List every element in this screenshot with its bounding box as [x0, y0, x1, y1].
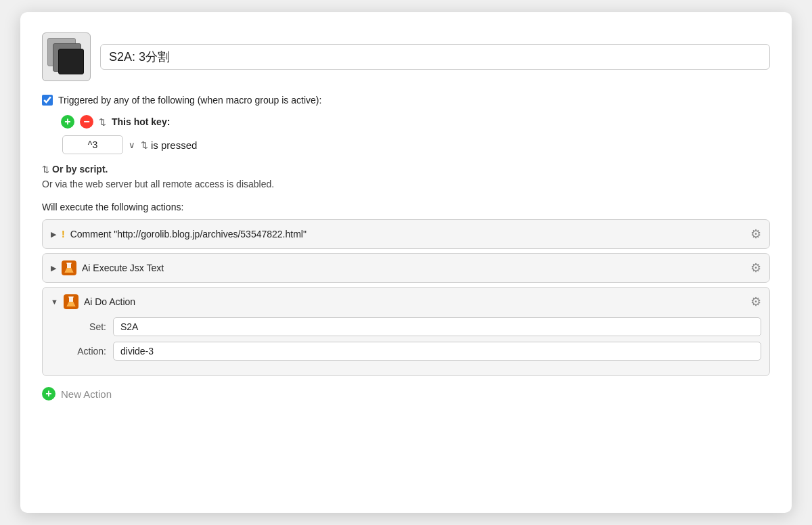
hotkey-add-remove-row: + − ⇅ This hot key: — [61, 115, 770, 129]
comment-action-title: Comment "http://gorolib.blog.jp/archives… — [70, 229, 745, 239]
trigger-checkbox[interactable] — [42, 95, 53, 106]
remove-trigger-button[interactable]: − — [80, 115, 93, 129]
action-do-header: ▼ Ai Do Action ⚙ — [51, 294, 761, 309]
do-field-action-row: Action: — [72, 342, 761, 361]
do-action-gear[interactable]: ⚙ — [750, 294, 761, 309]
or-by-script-updown: ⇅ — [42, 164, 49, 175]
new-action-label: New Action — [61, 388, 112, 400]
icon-stack-3 — [58, 49, 84, 74]
action-container: ▶ ! Comment "http://gorolib.blog.jp/arch… — [42, 219, 770, 376]
action-row-jsx: ▶ Ai Execute Jsx Text ⚙ — [42, 253, 770, 283]
do-field-set-input[interactable] — [113, 317, 761, 336]
jsx-action-title: Ai Execute Jsx Text — [82, 262, 745, 273]
flask-icon-jsx — [62, 260, 76, 275]
hotkey-section: + − ⇅ This hot key: ^3 ∨ ⇅ is pressed — [61, 115, 770, 154]
comment-exclamation-icon: ! — [62, 229, 65, 239]
svg-rect-3 — [68, 296, 74, 298]
hotkey-key-row: ^3 ∨ ⇅ is pressed — [62, 135, 770, 154]
do-action-title: Ai Do Action — [84, 296, 745, 307]
new-action-add-button[interactable]: + — [42, 387, 55, 401]
hotkey-key-display[interactable]: ^3 — [62, 135, 123, 154]
gear-icon-jsx: ⚙ — [750, 261, 761, 275]
action-row-do: ▼ Ai Do Action ⚙ Set: Ac — [42, 287, 770, 376]
macro-icon[interactable] — [42, 32, 91, 81]
is-pressed-text[interactable]: is pressed — [151, 139, 197, 151]
do-field-set-label: Set: — [72, 321, 106, 332]
new-action-add-icon: + — [45, 388, 51, 399]
macro-icon-inner — [45, 35, 88, 78]
macro-title-input[interactable] — [100, 44, 770, 70]
is-pressed-updown-icon: ⇅ — [141, 140, 148, 150]
comment-action-gear[interactable]: ⚙ — [750, 227, 761, 242]
do-field-set-row: Set: — [72, 317, 761, 336]
expand-comment-button[interactable]: ▶ — [51, 230, 56, 239]
expand-comment-icon: ▶ — [51, 230, 56, 238]
jsx-action-gear[interactable]: ⚙ — [750, 260, 761, 275]
updown-icon: ⇅ — [99, 117, 106, 127]
expand-do-button[interactable]: ▼ — [51, 298, 58, 306]
trigger-checkbox-label: Triggered by any of the following (when … — [58, 95, 321, 106]
or-by-script-label: Or by script. — [52, 164, 108, 175]
expand-jsx-icon: ▶ — [51, 264, 56, 272]
expand-do-icon: ▼ — [51, 298, 58, 306]
svg-rect-1 — [66, 262, 72, 264]
gear-icon-comment: ⚙ — [750, 227, 761, 241]
add-icon: + — [64, 116, 70, 127]
trigger-checkbox-row: Triggered by any of the following (when … — [42, 95, 770, 106]
is-pressed-label: ⇅ is pressed — [141, 139, 197, 151]
will-execute-label: Will execute the following actions: — [42, 202, 770, 212]
do-field-action-input[interactable] — [113, 342, 761, 361]
gear-icon-do: ⚙ — [750, 295, 761, 309]
action-row-comment: ▶ ! Comment "http://gorolib.blog.jp/arch… — [42, 219, 770, 249]
add-trigger-button[interactable]: + — [61, 115, 74, 129]
flask-icon-do — [64, 294, 78, 309]
expand-jsx-button[interactable]: ▶ — [51, 264, 56, 273]
header-row — [42, 32, 770, 81]
or-via-webserver-row: Or via the web server but all remote acc… — [42, 179, 770, 189]
new-action-row: + New Action — [42, 387, 770, 401]
do-field-action-label: Action: — [72, 346, 106, 357]
hotkey-section-label: This hot key: — [112, 116, 170, 127]
or-by-script-row: ⇅ Or by script. — [42, 164, 770, 175]
main-window: Triggered by any of the following (when … — [20, 12, 792, 513]
remove-icon: − — [83, 116, 89, 127]
hotkey-dropdown-chevron[interactable]: ∨ — [129, 140, 135, 150]
